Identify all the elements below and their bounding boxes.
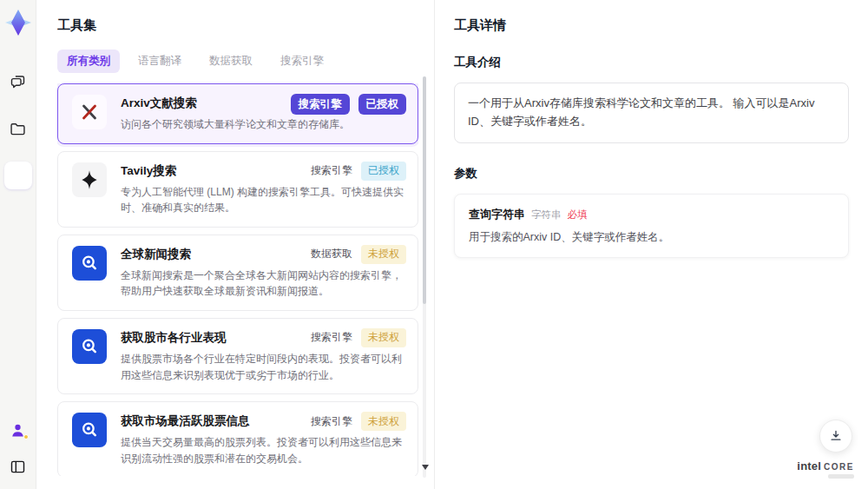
sparkle-icon	[72, 162, 107, 197]
tool-description: 专为人工智能代理 (LLM) 构建的搜索引擎工具。可快速提供实时、准确和真实的结…	[121, 184, 405, 216]
tool-detail-panel: 工具详情 工具介绍 一个用于从Arxiv存储库搜索科学论文和文章的工具。 输入可…	[434, 0, 868, 489]
tool-badges: 搜索引擎已授权	[311, 162, 406, 181]
download-icon	[828, 428, 844, 444]
rail-item-settings[interactable]	[4, 255, 32, 283]
rail-item-panel-toggle[interactable]	[4, 453, 32, 480]
tool-badges: 搜索引擎未授权	[311, 412, 406, 431]
rail-item-user[interactable]	[4, 416, 32, 444]
tool-badges: 搜索引擎未授权	[311, 328, 406, 347]
tool-description: 全球新闻搜索是一个聚合全球各大新闻网站内容的搜索引擎，帮助用户快速获取全球最新资…	[121, 268, 405, 300]
chat-icon	[9, 73, 27, 91]
arxiv-icon	[72, 95, 107, 129]
scrollbar-thumb[interactable]	[423, 76, 426, 304]
tool-title: Arxiv文献搜索	[121, 96, 294, 111]
tool-category-badge: 搜索引擎	[311, 163, 352, 178]
tool-status-badge: 已授权	[361, 162, 406, 181]
folder-icon	[9, 120, 27, 138]
brand-subtext	[828, 474, 854, 479]
tool-status-badge: 已授权	[358, 94, 407, 115]
tool-card[interactable]: Tavily搜索 专为人工智能代理 (LLM) 构建的搜索引擎工具。可快速提供实…	[57, 151, 418, 228]
rail-item-tools[interactable]	[4, 162, 32, 189]
tool-badges: 数据获取未授权	[311, 245, 406, 264]
tab-2[interactable]: 数据获取	[200, 50, 262, 73]
tool-category-badge: 搜索引擎	[311, 330, 352, 345]
tool-card[interactable]: 全球新闻搜索 全球新闻搜索是一个聚合全球各大新闻网站内容的搜索引擎，帮助用户快速…	[57, 235, 418, 311]
tool-description: 访问各个研究领域大量科学论文和文章的存储库。	[121, 116, 405, 133]
cube-icon	[9, 214, 27, 232]
tool-category-badge: 搜索引擎	[291, 94, 350, 115]
brand-intel-text: intel	[797, 460, 821, 472]
rail-item-chat[interactable]	[4, 68, 32, 96]
param-name: 查询字符串	[469, 207, 525, 222]
gear-icon	[9, 261, 27, 279]
app-window: 工具集 所有类别语言翻译数据获取搜索引擎 Arxiv文献搜索 访问各个研究领域大…	[0, 0, 868, 489]
intro-heading: 工具介绍	[454, 55, 849, 70]
param-description: 用于搜索的Arxiv ID、关键字或作者姓名。	[469, 230, 834, 245]
tool-description: 提供股票市场各个行业在特定时间段内的表现。投资者可以利用这些信息来识别表现优于或…	[121, 351, 405, 383]
tool-list: Arxiv文献搜索 访问各个研究领域大量科学论文和文章的存储库。 搜索引擎已授权…	[57, 83, 418, 476]
tab-0[interactable]: 所有类别	[57, 50, 120, 73]
rail-bottom	[4, 416, 32, 480]
search-icon	[72, 246, 107, 281]
rail-nav	[4, 68, 32, 283]
tab-3[interactable]: 搜索引擎	[271, 50, 333, 73]
download-button[interactable]	[819, 420, 852, 453]
param-card: 查询字符串 字符串 必填 用于搜索的Arxiv ID、关键字或作者姓名。	[454, 194, 849, 258]
tool-category-badge: 数据获取	[311, 247, 352, 261]
tool-card[interactable]: Arxiv文献搜索 访问各个研究领域大量科学论文和文章的存储库。 搜索引擎已授权	[57, 83, 418, 144]
tool-category-badge: 搜索引擎	[311, 414, 352, 429]
panel-icon	[9, 458, 27, 476]
detail-title: 工具详情	[454, 17, 849, 34]
rail-item-folder[interactable]	[4, 115, 32, 142]
tool-description: 提供当天交易量最高的股票列表。投资者可以利用这些信息来识别流动性强的股票和潜在的…	[121, 434, 405, 466]
tool-title: 获取股市各行业表现	[121, 330, 294, 346]
brand-core-text: CORE	[824, 463, 854, 472]
tool-card[interactable]: 获取股市各行业表现 提供股票市场各个行业在特定时间段内的表现。投资者可以利用这些…	[57, 318, 418, 394]
search-icon	[72, 413, 107, 447]
params-heading: 参数	[454, 166, 849, 182]
left-rail	[0, 0, 36, 489]
tool-status-badge: 未授权	[361, 328, 406, 347]
tab-1[interactable]: 语言翻译	[128, 50, 191, 73]
tool-title: Tavily搜索	[121, 163, 294, 179]
intro-text-box: 一个用于从Arxiv存储库搜索科学论文和文章的工具。 输入可以是Arxiv ID…	[454, 83, 849, 143]
param-required-badge: 必填	[568, 208, 588, 221]
tool-status-badge: 未授权	[361, 245, 406, 264]
param-type: 字符串	[531, 208, 562, 221]
search-icon	[72, 329, 107, 364]
intel-core-brand: intel CORE	[797, 460, 854, 479]
app-logo	[3, 7, 34, 38]
tool-list-panel: 工具集 所有类别语言翻译数据获取搜索引擎 Arxiv文献搜索 访问各个研究领域大…	[36, 0, 434, 489]
tool-badges: 搜索引擎已授权	[291, 94, 407, 115]
category-tabs: 所有类别语言翻译数据获取搜索引擎	[57, 50, 418, 73]
tool-status-badge: 未授权	[361, 412, 406, 431]
rail-item-packages[interactable]	[4, 208, 32, 236]
tool-title: 获取市场最活跃股票信息	[121, 413, 294, 429]
briefcase-icon	[9, 167, 27, 185]
tool-card[interactable]: 获取市场最活跃股票信息 提供当天交易量最高的股票列表。投资者可以利用这些信息来识…	[57, 401, 418, 476]
page-title: 工具集	[57, 17, 418, 34]
tool-title: 全球新闻搜索	[121, 247, 294, 262]
scroll-down-arrow-icon[interactable]	[422, 465, 429, 470]
